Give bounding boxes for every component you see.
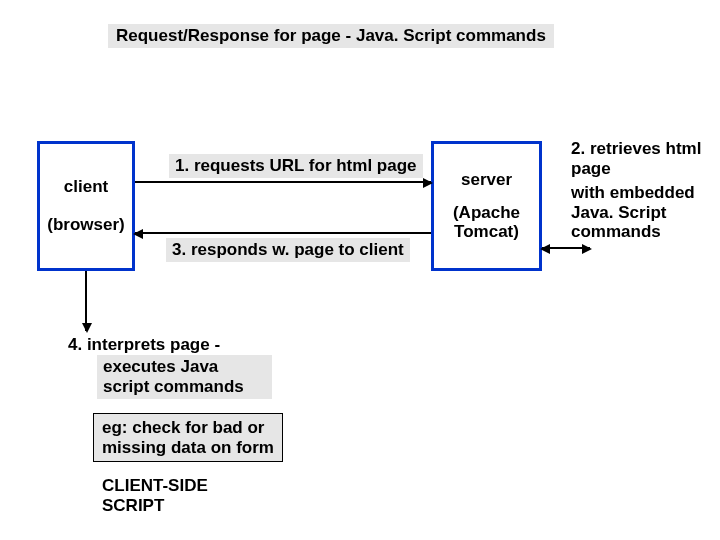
server-label: server: [434, 170, 539, 190]
server-box: server (Apache Tomcat): [431, 141, 542, 271]
step4-line1: 4. interprets page -: [68, 335, 220, 355]
footer-label: CLIENT-SIDE SCRIPT: [102, 476, 252, 515]
step4-line2: executes Java script commands: [97, 355, 272, 399]
step1-label: 1. requests URL for html page: [169, 154, 423, 178]
step3-label: 3. responds w. page to client: [166, 238, 410, 262]
step2b-label: with embedded Java. Script commands: [571, 183, 711, 242]
server-sublabel: (Apache Tomcat): [434, 204, 539, 241]
arrow-step2: [542, 247, 590, 249]
arrow-step3: [135, 232, 431, 234]
client-box: client (browser): [37, 141, 135, 271]
arrow-step1: [135, 181, 431, 183]
note-box: eg: check for bad or missing data on for…: [93, 413, 283, 462]
arrow-step4: [85, 271, 87, 331]
step2-label: 2. retrieves html page: [571, 139, 711, 178]
client-sublabel: (browser): [40, 215, 132, 235]
page-title: Request/Response for page - Java. Script…: [108, 24, 554, 48]
client-label: client: [40, 177, 132, 197]
